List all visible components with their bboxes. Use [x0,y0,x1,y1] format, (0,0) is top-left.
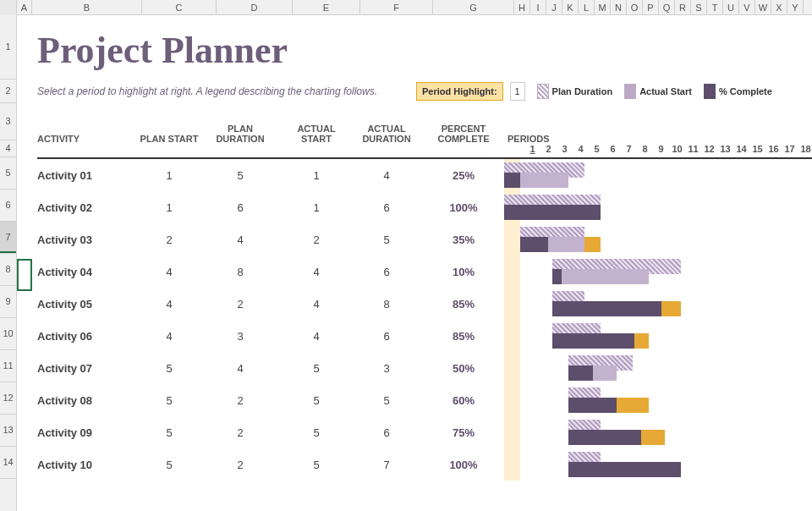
cell-pd[interactable]: 2 [206,459,283,471]
cell-as[interactable]: 5 [283,394,350,407]
col-header-S[interactable]: S [691,0,707,14]
cell-act[interactable]: Activity 05 [37,298,132,310]
row-header-col[interactable]: 1234567891011121314 [0,15,17,511]
cell-pct[interactable]: 100% [423,201,504,214]
col-header-U[interactable]: U [723,0,739,14]
select-all-corner[interactable] [0,0,17,15]
cell-pct[interactable]: 35% [423,234,504,246]
cell-act[interactable]: Activity 02 [37,201,132,214]
cell-pct[interactable]: 60% [423,394,504,407]
cell-ps[interactable]: 5 [132,394,206,407]
cell-pct[interactable]: 75% [423,426,504,439]
table-row[interactable]: Activity 01151425% [17,159,812,191]
cell-act[interactable]: Activity 03 [37,234,132,246]
row-header-5[interactable]: 5 [0,157,16,190]
cell-ad[interactable]: 4 [350,169,423,182]
table-row[interactable]: Activity 07545350% [17,352,812,384]
col-header-E[interactable]: E [293,0,360,14]
cell-ps[interactable]: 2 [132,234,206,246]
cell-ps[interactable]: 5 [132,362,206,375]
row-header-1[interactable]: 1 [0,15,16,80]
row-header-7[interactable]: 7 [0,222,16,254]
col-header-N[interactable]: N [611,0,627,14]
col-header-A[interactable]: A [17,0,32,14]
cell-as[interactable]: 5 [283,459,350,471]
cell-pct[interactable]: 50% [423,362,504,375]
col-header-P[interactable]: P [643,0,659,14]
cell-pct[interactable]: 85% [423,330,504,343]
cell-pd[interactable]: 4 [206,362,283,375]
col-header-B[interactable]: B [32,0,142,14]
cell-ad[interactable]: 5 [350,394,423,407]
cell-ad[interactable]: 3 [350,362,423,375]
col-header-O[interactable]: O [627,0,643,14]
cell-ps[interactable]: 1 [132,201,206,214]
cell-pct[interactable]: 85% [423,298,504,310]
cell-as[interactable]: 4 [283,266,350,278]
col-header-L[interactable]: L [579,0,595,14]
cell-act[interactable]: Activity 04 [37,266,132,278]
cell-ad[interactable]: 6 [350,266,423,278]
cell-pd[interactable]: 4 [206,234,283,246]
cell-as[interactable]: 4 [283,298,350,310]
cell-ad[interactable]: 6 [350,201,423,214]
cell-act[interactable]: Activity 01 [37,169,132,182]
col-header-F[interactable]: F [360,0,433,14]
col-header-D[interactable]: D [217,0,293,14]
cell-ad[interactable]: 5 [350,234,423,246]
col-header-I[interactable]: I [530,0,546,14]
cell-ad[interactable]: 6 [350,330,423,343]
row-header-11[interactable]: 11 [0,350,16,382]
cell-pct[interactable]: 100% [423,459,504,471]
row-header-13[interactable]: 13 [0,415,16,447]
col-header-W[interactable]: W [755,0,771,14]
row-header-4[interactable]: 4 [0,140,16,157]
cell-ad[interactable]: 7 [350,459,423,471]
table-row[interactable]: Activity 021616100% [17,191,812,223]
table-row[interactable]: Activity 08525560% [17,384,812,416]
cell-pd[interactable]: 6 [206,201,283,214]
cell-pd[interactable]: 5 [206,169,283,182]
table-row[interactable]: Activity 105257100% [17,448,812,481]
cell-as[interactable]: 5 [283,362,350,375]
row-header-9[interactable]: 9 [0,286,16,318]
cell-ps[interactable]: 5 [132,459,206,471]
row-header-14[interactable]: 14 [0,447,16,479]
col-header-M[interactable]: M [595,0,611,14]
col-header-H[interactable]: H [514,0,530,14]
col-header-Y[interactable]: Y [787,0,804,14]
cell-ad[interactable]: 6 [350,426,423,439]
table-row[interactable]: Activity 03242535% [17,223,812,256]
cell-pct[interactable]: 25% [423,169,504,182]
cell-pd[interactable]: 2 [206,394,283,407]
cell-act[interactable]: Activity 07 [37,362,132,375]
cell-act[interactable]: Activity 06 [37,330,132,343]
col-header-J[interactable]: J [546,0,562,14]
column-header-row[interactable]: ABCDEFGHIJKLMNOPQRSTUVWXY [0,0,812,15]
cell-pct[interactable]: 10% [423,266,504,278]
period-highlight-input[interactable]: 1 [510,82,525,101]
row-header-12[interactable]: 12 [0,382,16,415]
cell-as[interactable]: 1 [283,169,350,182]
row-header-10[interactable]: 10 [0,318,16,350]
row-header-8[interactable]: 8 [0,254,16,286]
table-row[interactable]: Activity 04484610% [17,256,812,288]
row-header-2[interactable]: 2 [0,80,16,103]
row-header-6[interactable]: 6 [0,190,16,222]
cell-act[interactable]: Activity 08 [37,394,132,407]
cell-ps[interactable]: 1 [132,169,206,182]
cell-pd[interactable]: 2 [206,298,283,310]
cell-ps[interactable]: 5 [132,426,206,439]
row-header-3[interactable]: 3 [0,103,16,140]
col-header-C[interactable]: C [142,0,217,14]
cell-act[interactable]: Activity 09 [37,426,132,439]
cell-ps[interactable]: 4 [132,330,206,343]
col-header-T[interactable]: T [707,0,723,14]
col-header-V[interactable]: V [739,0,755,14]
cell-ps[interactable]: 4 [132,298,206,310]
cell-as[interactable]: 1 [283,201,350,214]
col-header-X[interactable]: X [771,0,787,14]
cell-ps[interactable]: 4 [132,266,206,278]
table-row[interactable]: Activity 09525675% [17,416,812,448]
cell-pd[interactable]: 3 [206,330,283,343]
